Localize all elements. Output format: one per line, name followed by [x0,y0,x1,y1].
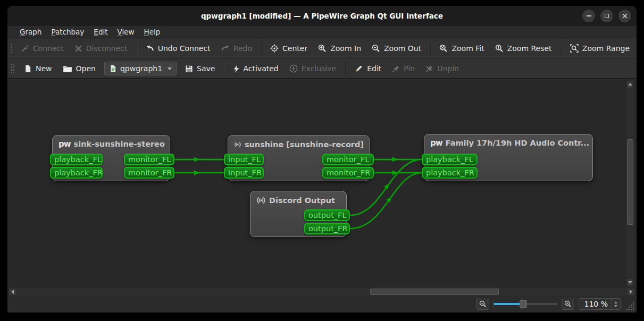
maximize-icon [605,14,609,18]
zoom-slider-handle[interactable] [520,300,527,308]
node-title-text: sink-sunshine-stereo [74,140,165,148]
zoom-range-button[interactable]: Zoom Range [565,41,634,56]
unpin-icon [425,65,433,73]
connection-arrow [392,157,398,162]
zoom-reset-button[interactable]: Zoom Reset [490,41,557,56]
port-playback-fl[interactable]: playback_FL [50,154,103,165]
slider-fill [494,303,523,305]
zoom-in-icon [564,300,572,308]
port-playback-fr[interactable]: playback_FR [50,167,103,179]
patchbay-file-combo[interactable]: qpwgraph1 [104,62,177,75]
statusbar-zoom-out-button[interactable] [476,299,489,310]
port-input-fl[interactable]: input_FL [224,154,264,165]
toolbar-patchbay: New Open qpwgraph1 Save Activated Exclus… [7,59,637,79]
connection-arrow [194,157,199,162]
zoom-out-icon [372,44,380,53]
zoom-in-button[interactable]: Zoom In [313,41,366,56]
graph-viewport: pw sink-sunshine-stereo playback_FL play… [7,79,637,295]
connections-layer [8,80,626,287]
scroll-down-button[interactable] [626,278,634,286]
horizontal-scroll-thumb[interactable] [370,289,499,295]
unpin-button[interactable]: Unpin [421,61,464,76]
node-header: sunshine [sunshine-record] [228,136,369,149]
scroll-left-button[interactable] [9,288,16,295]
activated-button[interactable]: Activated [229,61,283,76]
close-icon [622,13,628,19]
port-output-fr[interactable]: output_FR [304,223,350,234]
minimize-button[interactable] [582,10,595,22]
toolbar-drag-handle[interactable] [11,63,15,74]
arrow-up-icon [628,83,632,86]
open-button[interactable]: Open [58,61,101,76]
toolbar-main: Connect Disconnect Undo Connect Redo Cen… [7,39,637,58]
exclusive-button[interactable]: Exclusive [285,61,341,76]
node-header: pw Family 17h/19h HD Audio Contr... [424,134,592,147]
spin-up-icon [614,301,617,303]
close-button[interactable] [618,10,631,22]
app-window: qpwgraph1 [modified] — A PipeWire Graph … [7,6,637,312]
connect-button[interactable]: Connect [16,41,69,56]
vertical-scrollbar[interactable] [626,80,634,287]
menu-edit[interactable]: Edit [89,26,112,38]
menu-graph[interactable]: Graph [15,26,46,38]
port-monitor-fr[interactable]: monitor_FR [322,167,374,179]
zoom-fit-button[interactable]: Zoom Fit [434,41,489,56]
node-header: Discord Output [250,191,346,205]
statusbar: 110 % [7,295,637,312]
connect-icon [21,44,29,53]
zoom-slider[interactable] [494,299,557,309]
chevron-down-icon [168,67,172,70]
scroll-right-button[interactable] [627,288,635,295]
statusbar-zoom-in-button[interactable] [562,299,574,310]
save-button[interactable]: Save [180,61,220,76]
spin-down-icon [614,305,617,307]
patchbay-file-name: qpwgraph1 [120,64,162,73]
lightning-icon [233,65,239,73]
arrow-left-icon [11,290,14,294]
arrow-down-icon [628,281,632,284]
pin-icon [392,65,400,73]
connection-arrow [194,171,199,175]
menu-help[interactable]: Help [139,26,165,38]
port-output-fl[interactable]: output_FL [304,209,350,221]
port-monitor-fl[interactable]: monitor_FL [124,154,174,165]
toolbar-drag-handle[interactable] [11,43,12,54]
arrow-right-icon [630,290,632,294]
menu-view[interactable]: View [113,26,139,38]
undo-icon [146,44,154,53]
horizontal-scrollbar[interactable] [8,288,635,296]
scroll-up-button[interactable] [626,80,634,88]
window-controls [582,10,631,22]
window-title: qpwgraph1 [modified] — A PipeWire Graph … [201,12,443,20]
toolbar-separator [345,62,346,75]
maximize-button[interactable] [600,10,613,22]
port-playback-fr[interactable]: playback_FR [422,167,478,179]
zoom-fit-icon [439,44,448,53]
resize-grip[interactable] [625,301,635,311]
pin-button[interactable]: Pin [387,61,420,76]
new-file-icon [24,64,32,73]
redo-button[interactable]: Redo [216,41,257,56]
center-button[interactable]: Center [265,41,312,56]
zoom-out-icon [479,300,487,308]
disconnect-button[interactable]: Disconnect [70,41,132,56]
edit-button[interactable]: Edit [350,61,386,76]
undo-connect-button[interactable]: Undo Connect [141,41,215,56]
zoom-reset-icon [495,44,504,53]
titlebar[interactable]: qpwgraph1 [modified] — A PipeWire Graph … [7,6,637,26]
port-input-fr[interactable]: input_FR [224,167,264,179]
new-button[interactable]: New [19,61,57,76]
menu-patchbay[interactable]: Patchbay [46,26,89,38]
redo-icon [221,44,230,53]
port-monitor-fl[interactable]: monitor_FL [322,154,374,165]
spinbox-arrows[interactable] [611,299,620,309]
vertical-scroll-thumb[interactable] [627,139,633,225]
disconnect-icon [74,45,82,53]
circled-lightning-icon [289,64,298,73]
port-monitor-fr[interactable]: monitor_FR [124,167,174,179]
graph-canvas[interactable]: pw sink-sunshine-stereo playback_FL play… [8,80,626,287]
pipewire-icon: pw [430,139,442,147]
zoom-out-button[interactable]: Zoom Out [367,41,426,56]
port-playback-fl[interactable]: playback_FL [422,154,478,165]
zoom-spinbox[interactable]: 110 % [579,298,621,310]
